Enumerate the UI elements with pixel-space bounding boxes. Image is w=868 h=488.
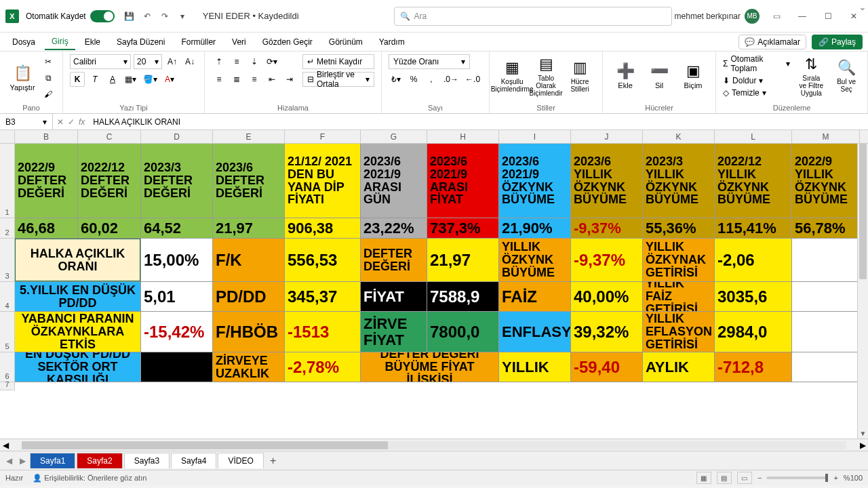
fill-color-button[interactable]: 🪣▾ (141, 72, 159, 87)
file-name[interactable]: YENI EDER • Kaydedildi (203, 11, 299, 21)
maximize-icon[interactable]: ☐ (819, 7, 837, 25)
align-right-icon[interactable]: ≡ (247, 72, 262, 87)
cell[interactable]: 2023/3 YILLIK ÖZKYNK BÜYÜME (643, 144, 715, 218)
minimize-icon[interactable]: — (793, 7, 811, 25)
align-center-icon[interactable]: ≣ (229, 72, 244, 87)
cell[interactable]: 55,36% (643, 218, 715, 239)
comments-button[interactable]: 💬 Açıklamalar (738, 35, 806, 49)
col-header-K[interactable]: K (643, 130, 715, 143)
cell[interactable]: F/HBÖB (213, 312, 285, 352)
underline-button[interactable]: A (105, 72, 120, 87)
orientation-icon[interactable]: ⟳▾ (264, 54, 279, 69)
cell-grid[interactable]: 2022/9 DEFTER DEĞERİ2022/12 DEFTER DEĞER… (15, 144, 860, 390)
horizontal-scrollbar[interactable]: ◀ ▶ (0, 439, 868, 451)
cell[interactable]: 2984,0 (715, 312, 792, 352)
col-header-H[interactable]: H (427, 130, 499, 143)
bold-button[interactable]: K (70, 72, 85, 87)
tab-help[interactable]: Yardım (372, 35, 412, 49)
cell[interactable]: 60,02 (78, 218, 141, 239)
cell[interactable]: -9,37% (571, 218, 643, 239)
col-header-B[interactable]: B (15, 130, 78, 143)
user-account[interactable]: mehmet berkpınar MB (675, 9, 760, 24)
cell[interactable]: -1513 (285, 312, 361, 352)
cell[interactable]: -9,37% (571, 239, 643, 282)
cell[interactable]: 2023/6 YILLIK ÖZKYNK BÜYÜME (571, 144, 643, 218)
cell[interactable]: YILLIK ÖZKYNK BÜYÜME (499, 239, 571, 282)
fx-icon[interactable]: fx (79, 117, 85, 127)
currency-icon[interactable]: ₺▾ (389, 72, 403, 87)
cell[interactable]: -712,8 (715, 352, 792, 382)
italic-button[interactable]: T (87, 72, 102, 87)
cell[interactable] (792, 282, 860, 312)
cell[interactable]: YABANCI PARANIN ÖZKAYNKLARA ETKİS (15, 312, 141, 352)
align-middle-icon[interactable]: ≡ (229, 54, 244, 69)
cell[interactable]: 737,3% (427, 218, 499, 239)
cell[interactable]: 345,37 (285, 282, 361, 312)
cell[interactable]: 556,53 (285, 239, 361, 282)
cut-icon[interactable]: ✂ (41, 54, 56, 69)
decrease-font-icon[interactable]: A↓ (182, 54, 197, 69)
ribbon-mode-icon[interactable]: ▭ (768, 7, 785, 25)
cell[interactable]: 906,38 (285, 218, 361, 239)
align-top-icon[interactable]: ⇡ (212, 54, 226, 69)
tab-home[interactable]: Giriş (45, 34, 75, 50)
format-cells-button[interactable]: ▣Biçim (677, 54, 709, 98)
align-bottom-icon[interactable]: ⇣ (247, 54, 262, 69)
col-header-E[interactable]: E (213, 130, 285, 143)
sheet-tab-4[interactable]: Sayfa4 (171, 453, 216, 468)
select-all-corner[interactable] (0, 130, 15, 143)
cell[interactable]: ENFLASYN (499, 312, 571, 352)
cell[interactable]: 2023/3 DEFTER DEĞERİ (141, 144, 213, 218)
scroll-thumb[interactable] (859, 144, 867, 279)
worksheet[interactable]: BCDEFGHIJKLM 1234567 2022/9 DEFTER DEĞER… (0, 130, 868, 439)
save-icon[interactable]: 💾 (123, 9, 136, 23)
row-header-3[interactable]: 3 (0, 239, 15, 282)
cell[interactable]: ZİRVE FİYAT (361, 312, 427, 352)
col-header-I[interactable]: I (499, 130, 571, 143)
decrease-decimal-icon[interactable]: ←.0 (463, 72, 482, 87)
cell[interactable]: 15,00% (141, 239, 213, 282)
col-header-L[interactable]: L (715, 130, 792, 143)
format-as-table-button[interactable]: ▤Tablo Olarak Biçimlendir (530, 54, 561, 98)
cell[interactable]: 7800,0 (427, 312, 499, 352)
delete-cells-button[interactable]: ➖Sil (644, 54, 675, 98)
status-accessibility[interactable]: 👤 Erişilebilirlik: Önerilere göz atın (33, 474, 146, 483)
col-header-M[interactable]: M (792, 130, 860, 143)
col-header-C[interactable]: C (78, 130, 141, 143)
sort-filter-button[interactable]: ⇅Sırala ve Filtre Uygula (797, 54, 825, 98)
cell[interactable]: 5,01 (141, 282, 213, 312)
autosave-toggle[interactable]: Otomatik Kaydet (26, 10, 115, 22)
search-input[interactable]: 🔍 Ara (394, 7, 672, 26)
cell[interactable]: 64,52 (141, 218, 213, 239)
hscroll-track[interactable] (22, 441, 846, 449)
accept-formula-icon[interactable]: ✓ (68, 117, 75, 127)
sheet-tab-2[interactable]: Sayfa2 (77, 453, 122, 468)
cell[interactable]: 46,68 (15, 218, 78, 239)
autosum-button[interactable]: Σ Otomatik Toplam ▾ (723, 54, 790, 73)
tab-view[interactable]: Görünüm (322, 35, 370, 49)
align-left-icon[interactable]: ≡ (212, 72, 226, 87)
font-size-select[interactable]: 20▾ (134, 54, 162, 69)
cell[interactable]: -15,42% (141, 312, 213, 352)
cell[interactable]: HALKA AÇIKLIK ORANI (15, 239, 141, 282)
clear-button[interactable]: ◇ Temizle ▾ (723, 88, 790, 98)
cell[interactable]: 3035,6 (715, 282, 792, 312)
indent-increase-icon[interactable]: ⇥ (282, 72, 297, 87)
tab-review[interactable]: Gözden Geçir (256, 35, 319, 49)
cell[interactable]: 39,32% (571, 312, 643, 352)
cell[interactable]: 5.YILLIK EN DÜŞÜK PD/DD (15, 282, 141, 312)
tab-insert[interactable]: Ekle (78, 35, 107, 49)
sheet-nav-prev-icon[interactable]: ◀ (3, 456, 15, 466)
col-header-J[interactable]: J (571, 130, 643, 143)
increase-font-icon[interactable]: A↑ (165, 54, 180, 69)
conditional-format-button[interactable]: ▦Koşullu Biçimlendirme (496, 54, 528, 98)
font-color-button[interactable]: A▾ (162, 72, 177, 87)
merge-center-button[interactable]: ⊟ Birleştir ve Ortala ▾ (302, 72, 374, 87)
cell[interactable]: FİYAT (361, 282, 427, 312)
expand-formula-bar-icon[interactable]: ⌄ (859, 1, 867, 12)
zoom-out-icon[interactable]: − (757, 474, 762, 482)
sheet-tab-1[interactable]: Sayfa1 (30, 453, 75, 468)
cell[interactable]: 21,97 (427, 239, 499, 282)
row-header-1[interactable]: 1 (0, 144, 15, 218)
scroll-down-icon[interactable]: ▼ (858, 428, 868, 439)
